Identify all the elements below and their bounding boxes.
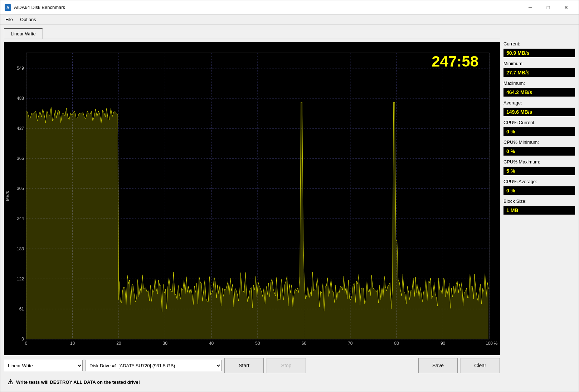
timer-display: 247:58 xyxy=(432,53,478,70)
cpu-average-value: 0 % xyxy=(503,186,575,195)
cpu-maximum-label: CPU% Maximum: xyxy=(503,159,575,165)
warning-icon: ⚠ xyxy=(8,378,13,386)
block-size-value: 1 MB xyxy=(503,206,575,215)
menubar: File Options xyxy=(0,15,579,25)
right-panel: Current: 50.9 MB/s Minimum: 27.7 MB/s Ma… xyxy=(503,28,575,388)
average-value: 149.6 MB/s xyxy=(503,108,575,116)
titlebar: A AIDA64 Disk Benchmark ─ □ ✕ xyxy=(0,0,579,15)
start-button[interactable]: Start xyxy=(224,358,264,373)
main-window: A AIDA64 Disk Benchmark ─ □ ✕ File Optio… xyxy=(0,0,579,392)
benchmark-select[interactable]: Linear Write Linear Read Random Read Ran… xyxy=(4,360,83,371)
stop-button[interactable]: Stop xyxy=(267,358,306,373)
disk-select[interactable]: Disk Drive #1 [ADATA SU720] (931.5 GB) xyxy=(86,360,222,371)
minimize-button[interactable]: ─ xyxy=(522,2,539,13)
warning-text: Write tests will DESTROY ALL DATA on the… xyxy=(16,379,140,385)
chart-container: 247:58 xyxy=(4,42,500,355)
controls-row: Linear Write Linear Read Random Read Ran… xyxy=(4,358,500,373)
minimum-value: 27.7 MB/s xyxy=(503,68,575,77)
cpu-average-label: CPU% Average: xyxy=(503,179,575,184)
maximum-label: Maximum: xyxy=(503,80,575,86)
save-button[interactable]: Save xyxy=(418,358,458,373)
titlebar-left: A AIDA64 Disk Benchmark xyxy=(5,4,65,11)
menu-file[interactable]: File xyxy=(2,15,16,24)
cpu-maximum-value: 5 % xyxy=(503,167,575,175)
block-size-label: Block Size: xyxy=(503,199,575,204)
clear-button[interactable]: Clear xyxy=(461,358,500,373)
svg-text:A: A xyxy=(6,5,9,10)
window-title: AIDA64 Disk Benchmark xyxy=(14,5,65,10)
menu-options[interactable]: Options xyxy=(16,15,40,24)
current-label: Current: xyxy=(503,41,575,46)
app-icon: A xyxy=(5,4,11,11)
tab-bar: Linear Write xyxy=(4,28,500,39)
close-button[interactable]: ✕ xyxy=(558,2,574,13)
maximum-value: 464.2 MB/s xyxy=(503,88,575,97)
current-value: 50.9 MB/s xyxy=(503,49,575,57)
benchmark-chart xyxy=(4,42,500,355)
main-panel: Linear Write 247:58 Linear Write Linear … xyxy=(4,28,500,388)
maximize-button[interactable]: □ xyxy=(540,2,556,13)
cpu-minimum-value: 0 % xyxy=(503,147,575,156)
content-area: Linear Write 247:58 Linear Write Linear … xyxy=(0,25,579,392)
average-label: Average: xyxy=(503,100,575,106)
cpu-minimum-label: CPU% Minimum: xyxy=(503,139,575,145)
warning-bar: ⚠ Write tests will DESTROY ALL DATA on t… xyxy=(4,376,500,388)
cpu-current-value: 0 % xyxy=(503,127,575,136)
minimum-label: Minimum: xyxy=(503,61,575,66)
cpu-current-label: CPU% Current: xyxy=(503,120,575,125)
tab-linear-write[interactable]: Linear Write xyxy=(4,28,43,39)
titlebar-controls: ─ □ ✕ xyxy=(522,2,574,13)
